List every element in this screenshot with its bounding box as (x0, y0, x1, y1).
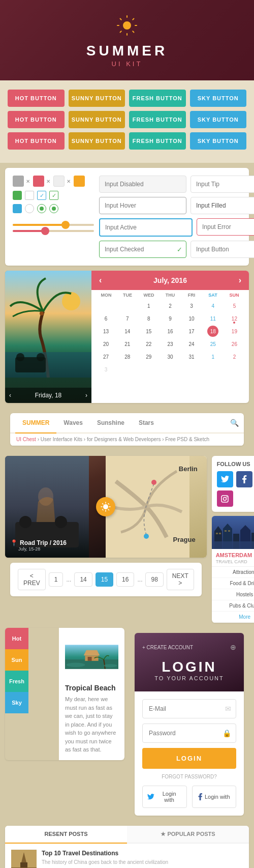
header-subtitle: UI KIT (10, 60, 244, 68)
hot-button-3[interactable]: HOT BUTTON (8, 132, 65, 150)
posts-tabs: RESENT POSTS ★ POPULAR POSTS (5, 826, 249, 844)
forgot-password[interactable]: FORGOT PASSWORD? (142, 774, 236, 779)
input-row-active-error: ! (99, 218, 254, 237)
next-button[interactable]: NEXT > (167, 569, 194, 590)
create-account-label[interactable]: + CREATE ACCOUNT (142, 645, 193, 650)
checkbox-checked[interactable]: ✓ (37, 191, 46, 200)
card-image: › (65, 634, 118, 680)
page-15[interactable]: 15 (96, 572, 113, 587)
close-icon-3[interactable]: ✕ (67, 179, 71, 184)
cal-prev-arrow[interactable]: ‹ (9, 392, 11, 399)
cal-prev-month[interactable]: ‹ (99, 276, 102, 285)
sunny-button-1[interactable]: SUNNY BUTTON (69, 90, 125, 107)
slider-thumb-red[interactable] (41, 227, 49, 235)
twitter-icon[interactable] (217, 471, 233, 487)
prev-button[interactable]: < PREV (18, 569, 46, 590)
radio-selected[interactable] (37, 204, 46, 213)
close-icon-2[interactable]: ✕ (46, 179, 50, 184)
button-row-3: HOT BUTTON SUNNY BUTTON Fresh BUTTON SKY… (8, 132, 246, 150)
nav-tabs-section: SUMMER Waves Sunshine Stars 🔍 UI Chest ›… (10, 413, 244, 446)
breadcrumb-item-free[interactable]: Free PSD & Sketch (165, 437, 209, 442)
cat-tab-sun[interactable]: Sun (5, 649, 28, 671)
input-error[interactable] (197, 218, 254, 236)
checkbox-unchecked[interactable] (25, 191, 34, 200)
breadcrumb-item-designers[interactable]: for Designers & Web Developers (87, 437, 161, 442)
road-trip-label: 📍 Road Trip / 2016 July, 15-28 (10, 539, 67, 552)
sky-button-3[interactable]: SKY BUTTON (190, 132, 247, 150)
input-checked[interactable] (99, 241, 186, 258)
cat-tab-sky[interactable]: Sky (5, 692, 28, 713)
recent-posts-tab[interactable]: RESENT POSTS (5, 826, 127, 844)
slider-red[interactable] (13, 230, 94, 232)
breadcrumb-item-uichest[interactable]: UI Chest (16, 437, 36, 442)
input-button-field[interactable] (190, 241, 254, 258)
swatch-green (13, 191, 22, 200)
instagram-icon[interactable] (217, 490, 233, 507)
calendar-right: ‹ July, 2016 › MON TUE WED THU FRI SAT S… (91, 271, 249, 403)
cal-next-arrow[interactable]: › (85, 392, 87, 399)
fresh-button-1[interactable]: FRESH BUTTON (129, 90, 186, 107)
slider-thumb-orange[interactable] (61, 221, 70, 229)
breadcrumb: UI Chest › User Interface Kits › for Des… (10, 433, 244, 446)
facebook-login-button[interactable]: Login with (192, 786, 237, 808)
amsterdam-link-food[interactable]: Food & Drink (212, 578, 254, 589)
amsterdam-link-hostels[interactable]: Hostels (212, 589, 254, 600)
sunny-button-2[interactable]: SUNNY BUTTON (69, 111, 125, 128)
hot-button-2[interactable]: HOT BUTTON (8, 111, 65, 128)
button-row-1: HOT BUTTON SUNNY BUTTON FRESH BUTTON SKY… (8, 90, 246, 107)
breadcrumb-item-kits[interactable]: User Interface Kits (41, 437, 82, 442)
close-icon[interactable]: ✕ (26, 179, 30, 184)
fresh-button-2[interactable]: Fresh ButtON (129, 111, 186, 128)
post-image-paris (11, 850, 37, 868)
amsterdam-link-pubs[interactable]: Pubs & Clubs (212, 600, 254, 612)
close-login-icon[interactable]: ⊕ (230, 643, 236, 651)
checkbox-green[interactable]: ✓ (49, 191, 58, 200)
tab-sunshine[interactable]: Sunshine (90, 413, 132, 433)
search-icon[interactable]: 🔍 (230, 419, 239, 427)
tab-summer[interactable]: SUMMER (15, 413, 56, 433)
cal-next-month[interactable]: › (239, 276, 241, 285)
main-content-area: 📍 Road Trip / 2016 July, 15-28 (5, 456, 249, 623)
swatch-gray (13, 176, 24, 187)
svg-point-35 (227, 496, 228, 497)
cat-tab-hot[interactable]: Hot (5, 628, 28, 649)
calendar-section: ‹ Friday, 18 › ‹ July, 2016 › MON TUE WE… (5, 271, 249, 403)
input-active[interactable] (99, 218, 193, 237)
radio-selected-2[interactable] (49, 204, 58, 213)
page-14[interactable]: 14 (74, 572, 92, 587)
amsterdam-subtitle: TRAVEL CARD (212, 559, 254, 566)
password-wrapper: 🔒 (142, 724, 236, 743)
input-filled[interactable] (190, 197, 254, 214)
page-16[interactable]: 16 (116, 572, 134, 587)
page-98[interactable]: 98 (145, 572, 163, 587)
email-input[interactable] (142, 699, 236, 718)
radio-unchecked[interactable] (25, 204, 34, 213)
tab-waves[interactable]: Waves (56, 413, 90, 433)
input-tip[interactable] (190, 176, 254, 193)
hot-button-1[interactable]: HOT BUTTON (8, 90, 65, 107)
social-login-row: Login with Login with (142, 786, 236, 808)
sunny-button-3[interactable]: SUNNY BUTTON (69, 132, 125, 150)
form-controls-left: ✕ ✕ ✕ ✓ ✓ (13, 176, 94, 258)
slider-orange[interactable] (13, 224, 94, 226)
amsterdam-link-attractions[interactable]: Attractions (212, 567, 254, 578)
fresh-button-3[interactable]: Fresh BUTTON (129, 132, 186, 150)
login-button[interactable]: LOGIN (142, 748, 236, 769)
sky-button-2[interactable]: SKY BUTTON (190, 111, 247, 128)
cat-tab-fresh[interactable]: Fresh (5, 671, 28, 692)
input-disabled[interactable] (99, 176, 186, 193)
amsterdam-link-more[interactable]: More (212, 612, 254, 623)
card-nav-right[interactable]: › (113, 637, 115, 646)
twitter-login-button[interactable]: Login with (142, 786, 187, 808)
svg-line-6 (133, 31, 134, 32)
sky-button-1[interactable]: SKY BUTTON (190, 90, 247, 107)
popular-posts-tab[interactable]: ★ POPULAR POSTS (127, 826, 249, 844)
lock-icon: 🔒 (223, 729, 231, 737)
facebook-icon[interactable] (236, 471, 252, 487)
tab-stars[interactable]: Stars (132, 413, 161, 433)
svg-rect-60 (20, 862, 27, 868)
input-hover[interactable] (99, 197, 186, 214)
swatch-orange (74, 176, 85, 187)
radio-row (13, 204, 94, 213)
page-1[interactable]: 1 (49, 572, 64, 587)
